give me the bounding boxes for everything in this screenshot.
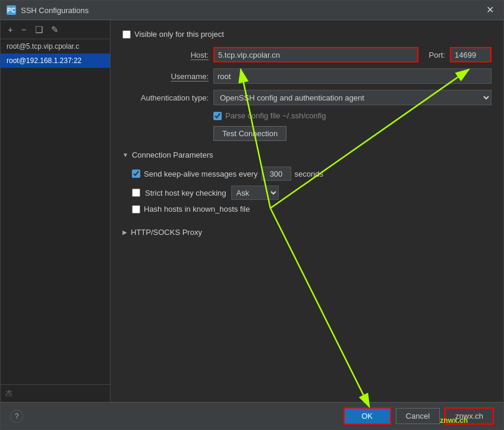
sidebar-char1: 杰 bbox=[5, 388, 105, 398]
username-row: Username: bbox=[122, 68, 492, 84]
cancel-button[interactable]: Cancel bbox=[396, 408, 440, 424]
remove-config-button[interactable]: − bbox=[19, 24, 29, 35]
http-proxy-label: HTTP/SOCKS Proxy bbox=[131, 228, 202, 237]
strict-host-checkbox[interactable] bbox=[132, 189, 140, 197]
visible-only-checkbox[interactable] bbox=[122, 30, 131, 39]
sidebar-toolbar: + − ❑ ✎ bbox=[1, 20, 110, 39]
parse-config-label: Parse config file ~/.ssh/config bbox=[225, 111, 326, 120]
host-input[interactable] bbox=[213, 47, 418, 62]
config-list: root@5.tcp.vip.cpolar.c root@192.168.1.2… bbox=[1, 39, 110, 384]
watermark: znwx.ch bbox=[440, 416, 468, 425]
username-input[interactable] bbox=[213, 68, 492, 84]
keepalive-suffix: seconds bbox=[295, 170, 323, 178]
close-button[interactable]: ✕ bbox=[483, 4, 497, 16]
main-panel: Visible only for this project Host: Port… bbox=[111, 20, 503, 402]
hash-hosts-checkbox[interactable] bbox=[132, 205, 140, 214]
test-connection-area: Test Connection bbox=[122, 126, 492, 150]
connection-params-label: Connection Parameters bbox=[132, 150, 213, 159]
connection-params-content: Send keep-alive messages every seconds S… bbox=[132, 167, 492, 218]
dialog-footer: ? OK Cancel znwx.ch bbox=[1, 402, 503, 429]
ok-button[interactable]: OK bbox=[344, 407, 391, 425]
ssh-configurations-dialog: PC SSH Configurations ✕ + − ❑ ✎ root@5.t… bbox=[0, 0, 504, 430]
config-item-1[interactable]: root@5.tcp.vip.cpolar.c bbox=[1, 39, 110, 54]
keepalive-checkbox[interactable] bbox=[132, 170, 140, 178]
app-icon: PC bbox=[7, 5, 16, 15]
hash-hosts-label: Hash hosts in known_hosts file bbox=[144, 205, 250, 214]
parse-config-checkbox[interactable] bbox=[213, 112, 222, 120]
auth-type-label: Authentication type: bbox=[122, 93, 209, 102]
test-connection-button[interactable]: Test Connection bbox=[213, 126, 286, 141]
keepalive-prefix: Send keep-alive messages every bbox=[144, 170, 258, 178]
keepalive-input[interactable] bbox=[262, 167, 291, 181]
copy-config-button[interactable]: ❑ bbox=[33, 24, 45, 35]
hash-hosts-row: Hash hosts in known_hosts file bbox=[132, 205, 492, 214]
visible-only-label: Visible only for this project bbox=[134, 30, 224, 39]
help-button[interactable]: ? bbox=[10, 410, 23, 423]
dialog-title: SSH Configurations bbox=[21, 6, 89, 15]
visible-only-row: Visible only for this project bbox=[122, 30, 492, 39]
strict-host-label: Strict host key checking bbox=[145, 189, 226, 197]
port-input[interactable] bbox=[450, 47, 492, 62]
auth-type-row: Authentication type: OpenSSH config and … bbox=[122, 90, 492, 105]
title-bar-left: PC SSH Configurations bbox=[7, 5, 89, 15]
keepalive-row: Send keep-alive messages every seconds bbox=[132, 167, 492, 181]
section-arrow-right: ▶ bbox=[122, 229, 127, 236]
footer-left: ? bbox=[10, 410, 23, 423]
host-row: Host: Port: bbox=[122, 47, 492, 62]
username-label: Username: bbox=[122, 72, 209, 81]
strict-host-select[interactable]: Ask bbox=[231, 186, 279, 200]
footer-right: OK Cancel znwx.ch bbox=[344, 407, 494, 425]
section-arrow-down: ▼ bbox=[122, 152, 128, 158]
port-label: Port: bbox=[429, 51, 445, 59]
title-bar: PC SSH Configurations ✕ bbox=[1, 1, 503, 20]
auth-type-select[interactable]: OpenSSH config and authentication agent bbox=[213, 90, 492, 105]
add-config-button[interactable]: + bbox=[5, 24, 15, 35]
dialog-content: + − ❑ ✎ root@5.tcp.vip.cpolar.c root@192… bbox=[1, 20, 503, 402]
host-label: Host: bbox=[122, 51, 209, 59]
parse-config-row: Parse config file ~/.ssh/config bbox=[213, 111, 492, 120]
sidebar-bottom: 杰 bbox=[1, 384, 110, 402]
http-proxy-header[interactable]: ▶ HTTP/SOCKS Proxy bbox=[122, 228, 492, 237]
strict-host-row: Strict host key checking Ask bbox=[132, 186, 492, 200]
sidebar: + − ❑ ✎ root@5.tcp.vip.cpolar.c root@192… bbox=[1, 20, 111, 402]
edit-config-button[interactable]: ✎ bbox=[49, 24, 61, 35]
config-item-2[interactable]: root@192.168.1.237:22 bbox=[1, 54, 110, 68]
connection-params-header[interactable]: ▼ Connection Parameters bbox=[122, 150, 492, 159]
